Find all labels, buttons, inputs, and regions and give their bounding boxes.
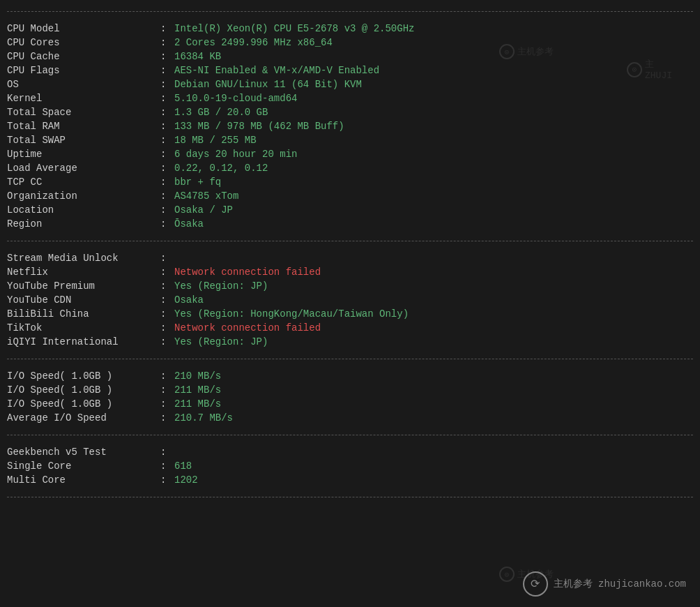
colon-total-space: : (160, 107, 174, 118)
label-tiktok: TikTok (7, 322, 160, 334)
value-cpu-flags: AES-NI Enabled & VM-x/AMD-V Enabled (174, 65, 379, 76)
label-single-core: Single Core (7, 460, 160, 472)
row-kernel: Kernel : 5.10.0-19-cloud-amd64 (7, 91, 693, 105)
value-cpu-cache: 16384 KB (174, 51, 221, 62)
row-cpu-cores: CPU Cores : 2 Cores 2499.996 MHz x86_64 (7, 36, 693, 50)
colon-os: : (160, 79, 174, 90)
value-cpu-model: Intel(R) Xeon(R) CPU E5-2678 v3 @ 2.50GH… (174, 23, 414, 34)
colon-kernel: : (160, 93, 174, 104)
label-total-space: Total Space (7, 107, 160, 118)
value-youtube-cdn: Osaka (174, 294, 204, 306)
value-location: Osaka / JP (174, 204, 233, 216)
value-load-average: 0.22, 0.12, 0.12 (174, 163, 268, 174)
colon-cpu-cache: : (160, 51, 174, 62)
row-youtube-premium: YouTube Premium : Yes (Region: JP) (7, 279, 693, 293)
value-io-1: 210 MB/s (174, 370, 221, 382)
value-tiktok: Network connection failed (174, 322, 321, 334)
label-total-swap: Total SWAP (7, 135, 160, 146)
row-cpu-model: CPU Model : Intel(R) Xeon(R) CPU E5-2678… (7, 22, 693, 36)
colon-netflix: : (160, 267, 174, 278)
row-io-avg: Average I/O Speed : 210.7 MB/s (7, 411, 693, 425)
colon-bilibili: : (160, 308, 174, 320)
row-bilibili: BiliBili China : Yes (Region: HongKong/M… (7, 307, 693, 321)
row-io-2: I/O Speed( 1.0GB ) : 211 MB/s (7, 383, 693, 397)
value-single-core: 618 (174, 460, 192, 472)
colon-io-1: : (160, 370, 174, 382)
value-uptime: 6 days 20 hour 20 min (174, 149, 297, 160)
value-io-3: 211 MB/s (174, 398, 221, 410)
row-io-3: I/O Speed( 1.0GB ) : 211 MB/s (7, 397, 693, 411)
colon-io-avg: : (160, 412, 174, 424)
colon-stream-header: : (160, 253, 174, 264)
colon-io-3: : (160, 398, 174, 410)
row-stream-header: Stream Media Unlock : (7, 251, 693, 265)
label-youtube-cdn: YouTube CDN (7, 294, 160, 306)
colon-youtube-cdn: : (160, 294, 174, 306)
label-bilibili: BiliBili China (7, 308, 160, 320)
label-geekbench-header: Geekbench v5 Test (7, 447, 160, 458)
colon-multi-core: : (160, 474, 174, 486)
colon-geekbench-header: : (160, 447, 174, 458)
value-total-ram: 133 MB / 978 MB (462 MB Buff) (174, 121, 344, 132)
label-location: Location (7, 204, 160, 216)
value-cpu-cores: 2 Cores 2499.996 MHz x86_64 (174, 37, 333, 48)
value-total-swap: 18 MB / 255 MB (174, 135, 257, 146)
value-iqiyi: Yes (Region: JP) (174, 336, 268, 347)
colon-region: : (160, 218, 174, 230)
row-iqiyi: iQIYI International : Yes (Region: JP) (7, 335, 693, 349)
row-total-ram: Total RAM : 133 MB / 978 MB (462 MB Buff… (7, 119, 693, 133)
label-io-avg: Average I/O Speed (7, 412, 160, 424)
label-cpu-cache: CPU Cache (7, 51, 160, 62)
row-youtube-cdn: YouTube CDN : Osaka (7, 293, 693, 307)
colon-single-core: : (160, 460, 174, 472)
row-netflix: Netflix : Network connection failed (7, 265, 693, 279)
row-total-swap: Total SWAP : 18 MB / 255 MB (7, 133, 693, 147)
label-netflix: Netflix (7, 267, 160, 278)
colon-cpu-model: : (160, 23, 174, 34)
colon-youtube-premium: : (160, 280, 174, 292)
colon-load-average: : (160, 163, 174, 174)
label-multi-core: Multi Core (7, 474, 160, 486)
label-stream-header: Stream Media Unlock (7, 253, 160, 264)
value-multi-core: 1202 (174, 474, 198, 486)
row-io-1: I/O Speed( 1.0GB ) : 210 MB/s (7, 369, 693, 383)
stream-section: ⊙ 主机参考 ZHUJICANKAO.COM Stream Media Unlo… (7, 246, 693, 354)
value-netflix: Network connection failed (174, 267, 321, 278)
row-multi-core: Multi Core : 1202 (7, 473, 693, 487)
logo-icon: ⟳ (523, 571, 548, 597)
colon-cpu-cores: : (160, 37, 174, 48)
colon-total-swap: : (160, 135, 174, 146)
row-cpu-flags: CPU Flags : AES-NI Enabled & VM-x/AMD-V … (7, 63, 693, 77)
value-youtube-premium: Yes (Region: JP) (174, 280, 268, 292)
row-os: OS : Debian GNU/Linux 11 (64 Bit) KVM (7, 77, 693, 91)
colon-tcp-cc: : (160, 177, 174, 188)
row-region: Region : Ōsaka (7, 217, 693, 231)
label-uptime: Uptime (7, 149, 160, 160)
value-organization: AS4785 xTom (174, 190, 238, 202)
row-single-core: Single Core : 618 (7, 459, 693, 473)
row-cpu-cache: CPU Cache : 16384 KB (7, 50, 693, 63)
row-geekbench-header: Geekbench v5 Test : (7, 445, 693, 459)
label-total-ram: Total RAM (7, 121, 160, 132)
value-bilibili: Yes (Region: HongKong/Macau/Taiwan Only) (174, 308, 409, 320)
row-total-space: Total Space : 1.3 GB / 20.0 GB (7, 105, 693, 119)
label-kernel: Kernel (7, 93, 160, 104)
system-section: ⊙ 主机参考 ⊙ 主ZHUJI CPU Model : Intel(R) Xeo… (7, 16, 693, 237)
label-tcp-cc: TCP CC (7, 177, 160, 188)
row-location: Location : Osaka / JP (7, 203, 693, 217)
label-organization: Organization (7, 190, 160, 202)
row-tiktok: TikTok : Network connection failed (7, 321, 693, 335)
colon-location: : (160, 204, 174, 216)
value-io-2: 211 MB/s (174, 384, 221, 396)
label-cpu-cores: CPU Cores (7, 37, 160, 48)
colon-organization: : (160, 190, 174, 202)
value-kernel: 5.10.0-19-cloud-amd64 (174, 93, 297, 104)
row-load-average: Load Average : 0.22, 0.12, 0.12 (7, 161, 693, 175)
colon-io-2: : (160, 384, 174, 396)
label-io-2: I/O Speed( 1.0GB ) (7, 384, 160, 396)
row-tcp-cc: TCP CC : bbr + fq (7, 175, 693, 189)
value-total-space: 1.3 GB / 20.0 GB (174, 107, 268, 118)
colon-total-ram: : (160, 121, 174, 132)
label-load-average: Load Average (7, 163, 160, 174)
label-iqiyi: iQIYI International (7, 336, 160, 347)
